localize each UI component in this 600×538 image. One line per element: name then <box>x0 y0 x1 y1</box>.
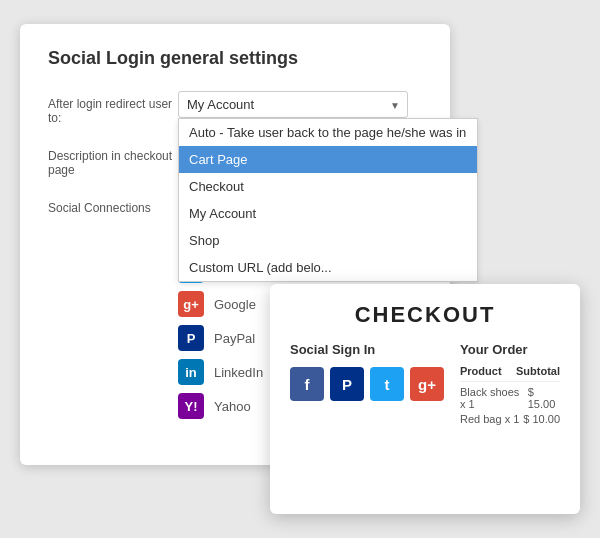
checkout-google-btn[interactable]: g+ <box>410 367 444 401</box>
dropdown-item-auto[interactable]: Auto - Take user back to the page he/she… <box>179 119 477 146</box>
checkout-title: CHECKOUT <box>290 302 560 328</box>
order-header-product: Product <box>460 365 502 377</box>
dropdown-item-cart[interactable]: Cart Page <box>179 146 477 173</box>
redirect-select-value: My Account <box>187 97 254 112</box>
dropdown-item-myaccount[interactable]: My Account <box>179 200 477 227</box>
paypal-label: PayPal <box>214 331 255 346</box>
dropdown-item-checkout[interactable]: Checkout <box>179 173 477 200</box>
order-header-subtotal: Subtotal <box>516 365 560 377</box>
dropdown-item-customurl[interactable]: Custom URL (add belo... <box>179 254 477 281</box>
checkout-right: Your Order Product Subtotal Black shoes … <box>460 342 560 428</box>
order-table-header: Product Subtotal <box>460 365 560 382</box>
yahoo-icon: Y! <box>178 393 204 419</box>
your-order-title: Your Order <box>460 342 560 357</box>
settings-title: Social Login general settings <box>48 48 422 69</box>
checkout-social-icons: f P t g+ <box>290 367 444 401</box>
checkout-left: Social Sign In f P t g+ <box>290 342 444 428</box>
redirect-field-content: My Account ▼ Auto - Take user back to th… <box>178 91 422 118</box>
order-subtotal-2: $ 10.00 <box>523 413 560 425</box>
paypal-icon: P <box>178 325 204 351</box>
linkedin-label: LinkedIn <box>214 365 263 380</box>
checkout-desc-label: Description in checkout page <box>48 143 178 177</box>
redirect-select-wrapper[interactable]: My Account ▼ Auto - Take user back to th… <box>178 91 408 118</box>
redirect-field-row: After login redirect user to: My Account… <box>48 91 422 125</box>
dropdown-item-shop[interactable]: Shop <box>179 227 477 254</box>
checkout-twitter-btn[interactable]: t <box>370 367 404 401</box>
redirect-label: After login redirect user to: <box>48 91 178 125</box>
order-subtotal-1: $ 15.00 <box>528 386 560 410</box>
order-product-2: Red bag x 1 <box>460 413 519 425</box>
yahoo-label: Yahoo <box>214 399 251 414</box>
order-row-2: Red bag x 1 $ 10.00 <box>460 413 560 425</box>
social-connections-label: Social Connections <box>48 195 178 215</box>
redirect-dropdown[interactable]: Auto - Take user back to the page he/she… <box>178 118 478 282</box>
checkout-body: Social Sign In f P t g+ Your Order Produ… <box>290 342 560 428</box>
linkedin-icon: in <box>178 359 204 385</box>
dropdown-arrow-icon: ▼ <box>390 99 400 110</box>
checkout-sign-in-label: Social Sign In <box>290 342 444 357</box>
order-row-1: Black shoes x 1 $ 15.00 <box>460 386 560 410</box>
google-icon: g+ <box>178 291 204 317</box>
checkout-panel: CHECKOUT Social Sign In f P t g+ Your Or… <box>270 284 580 514</box>
google-label: Google <box>214 297 256 312</box>
checkout-facebook-btn[interactable]: f <box>290 367 324 401</box>
checkout-paypal-btn[interactable]: P <box>330 367 364 401</box>
order-product-1: Black shoes x 1 <box>460 386 528 410</box>
redirect-select[interactable]: My Account ▼ <box>178 91 408 118</box>
